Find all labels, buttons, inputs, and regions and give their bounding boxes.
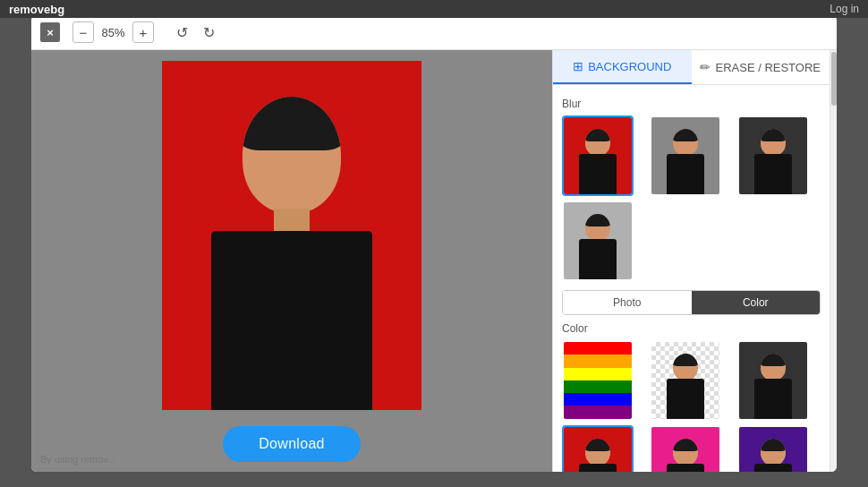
right-panel: ⊞ BACKGROUND ✏ ERASE / RESTORE Blur [552, 50, 830, 472]
toggle-photo[interactable]: Photo [563, 291, 692, 314]
color-thumb-dark[interactable] [737, 340, 809, 421]
pencil-icon: ✏ [700, 60, 711, 74]
right-scrollbar[interactable] [830, 50, 837, 472]
zoom-controls: − 85% + [72, 21, 154, 43]
top-bar: removebg Log in [0, 0, 868, 18]
color-thumb-transparent[interactable] [650, 340, 721, 421]
portrait-background [162, 61, 421, 410]
modal: × − 85% + ↺ ↻ [31, 15, 837, 472]
photo-color-toggle: Photo Color [562, 290, 821, 315]
person-head [243, 97, 341, 213]
close-button[interactable]: × [40, 22, 60, 42]
color-thumb-pink[interactable] [650, 425, 721, 472]
color-section-label: Color [562, 322, 821, 335]
blur-thumb-2[interactable] [737, 115, 809, 196]
zoom-in-button[interactable]: + [132, 21, 154, 43]
image-container [162, 61, 421, 410]
tab-background[interactable]: ⊞ BACKGROUND [553, 50, 692, 84]
tab-erase-label: ERASE / RESTORE [715, 61, 821, 74]
color-thumb-red[interactable] [562, 425, 634, 472]
tab-background-label: BACKGROUND [588, 60, 671, 73]
scrollbar-thumb[interactable] [831, 52, 837, 106]
modal-body: Download By using remov... ⊞ BACKGROUND … [31, 50, 837, 472]
blur-thumb-3[interactable] [562, 201, 634, 281]
blur-section-label: Blur [562, 98, 821, 110]
canvas-area: Download By using remov... [31, 50, 552, 472]
toggle-color[interactable]: Color [692, 291, 821, 314]
tab-erase[interactable]: ✏ ERASE / RESTORE [692, 50, 830, 84]
color-thumb-picker[interactable] [562, 340, 634, 421]
zoom-value: 85% [98, 26, 129, 39]
modal-header: × − 85% + ↺ ↻ [31, 15, 837, 50]
panel-content: Blur [553, 85, 830, 472]
blur-thumbnail-grid [562, 115, 821, 281]
login-button[interactable]: Log in [830, 3, 859, 15]
color-thumbnail-grid [562, 340, 821, 472]
bottom-text: By using remov... [40, 454, 115, 465]
color-thumb-purple-dark[interactable] [737, 425, 809, 472]
person-silhouette [202, 79, 381, 410]
tab-bar: ⊞ BACKGROUND ✏ ERASE / RESTORE [553, 50, 830, 85]
person-body [211, 231, 372, 410]
zoom-out-button[interactable]: − [72, 21, 94, 43]
redo-button[interactable]: ↻ [197, 21, 220, 44]
layers-icon: ⊞ [573, 59, 583, 73]
blur-thumb-0[interactable] [562, 115, 634, 196]
download-button[interactable]: Download [223, 426, 361, 462]
app-logo: removebg [9, 3, 64, 16]
blur-thumb-1[interactable] [650, 115, 721, 196]
modal-overlay: × − 85% + ↺ ↻ [0, 0, 868, 487]
undo-button[interactable]: ↺ [170, 21, 193, 44]
person-hair [243, 97, 341, 150]
undo-redo-controls: ↺ ↻ [170, 21, 220, 44]
